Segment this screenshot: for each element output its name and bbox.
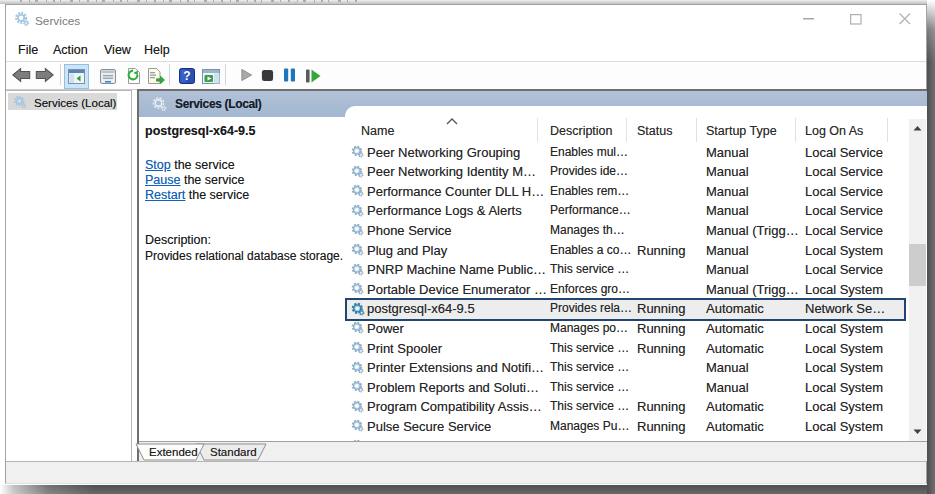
svg-text:Standard: Standard xyxy=(210,446,257,458)
svg-text:Extended: Extended xyxy=(149,446,198,458)
svg-text:?: ? xyxy=(183,69,190,83)
